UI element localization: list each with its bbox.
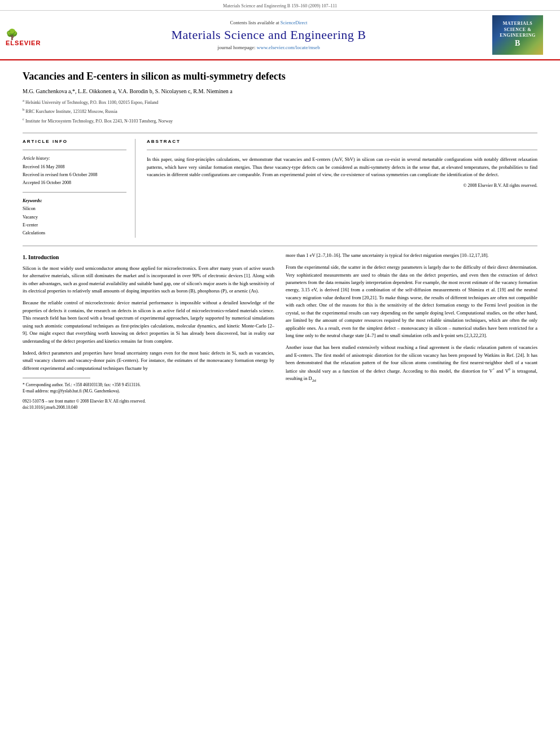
page-wrapper: Materials Science and Engineering B 159–… <box>0 0 560 747</box>
journal-logo-box: MATERIALSSCIENCE &ENGINEERINGB <box>492 15 543 55</box>
divider-keywords <box>23 192 126 193</box>
footnote-license: 0921-5107/$ – see front matter © 2008 El… <box>23 398 274 411</box>
divider-info <box>23 150 126 150</box>
affiliation-a: a Helsinki University of Technology, P.O… <box>23 98 537 106</box>
intro-heading-text: 1. Introduction <box>23 254 59 260</box>
footnote-star-text: * Corresponding author. Tel.: +358 46810… <box>23 382 274 388</box>
authors-line: M.G. Ganchenkova a,*, L.E. Oikkonen a, V… <box>23 88 537 94</box>
affiliations: a Helsinki University of Technology, P.O… <box>23 98 537 125</box>
left-column: 1. Introduction Silicon is the most wide… <box>23 252 274 410</box>
journal-header-center: Contents lists available at ScienceDirec… <box>56 20 481 50</box>
affiliation-c: c Institute for Microsystem Technology, … <box>23 116 537 125</box>
copyright: © 2008 Elsevier B.V. All rights reserved… <box>147 183 537 188</box>
keywords-label: Keywords: <box>23 198 126 203</box>
article-info: ARTICLE INFO Article history: Received 1… <box>23 139 135 237</box>
intro-para-2: Because the reliable control of microele… <box>23 299 274 345</box>
journal-citation: Materials Science and Engineering B 159–… <box>223 3 337 8</box>
abstract-title: ABSTRACT <box>147 139 537 144</box>
received-date: Received 16 May 2008 <box>23 163 126 171</box>
main-columns: 1. Introduction Silicon is the most wide… <box>23 252 537 410</box>
keyword-ecenter: E-center <box>23 221 126 229</box>
journal-subtitle: journal homepage: www.elsevier.com/locat… <box>56 45 481 50</box>
keywords-section: Keywords: Silicon Vacancy E-center Calcu… <box>23 198 126 238</box>
elsevier-text: ELSEVIER <box>6 40 41 46</box>
logo-title: MATERIALSSCIENCE &ENGINEERINGB <box>500 21 535 49</box>
contents-note: Contents lists available at ScienceDirec… <box>56 20 481 25</box>
elsevier-logo: 🌳 ELSEVIER <box>6 24 56 46</box>
footnote-email: E-mail address: mgc@fyslab.hut.fi (M.G. … <box>23 388 274 394</box>
right-para-3: Another issue that has been studied exte… <box>286 344 537 383</box>
divider-1 <box>23 133 537 133</box>
paper-title: Vacancies and E-centers in silicon as mu… <box>23 71 537 82</box>
divider-body <box>23 246 537 246</box>
sd-link[interactable]: ScienceDirect <box>281 20 308 25</box>
right-para-2: From the experimental side, the scatter … <box>286 264 537 339</box>
journal-logo-area: MATERIALSSCIENCE &ENGINEERINGB <box>481 15 543 55</box>
keyword-silicon: Silicon <box>23 205 126 213</box>
accepted-date: Accepted 16 October 2008 <box>23 179 126 187</box>
divider-abstract <box>147 150 537 150</box>
intro-para-1: Silicon is the most widely used semicond… <box>23 265 274 295</box>
homepage-link[interactable]: www.elsevier.com/locate/mseb <box>257 45 320 50</box>
footnote-doi: doi:10.1016/j.mseb.2008.10.040 <box>23 404 274 410</box>
keyword-calculations: Calculations <box>23 229 126 237</box>
revised-date: Received in revised form 6 October 2008 <box>23 171 126 179</box>
intro-para-3: Indeed, defect parameters and properties… <box>23 350 274 372</box>
info-abstract-row: ARTICLE INFO Article history: Received 1… <box>23 139 537 237</box>
history-label: Article history: <box>23 156 126 161</box>
footnote-divider <box>23 378 90 378</box>
journal-title: Materials Science and Engineering B <box>56 28 481 42</box>
abstract-section: ABSTRACT In this paper, using first-prin… <box>147 139 537 237</box>
footnote-license-text: 0921-5107/$ – see front matter © 2008 El… <box>23 398 274 404</box>
keywords-list: Silicon Vacancy E-center Calculations <box>23 205 126 238</box>
affiliation-b: b RRC Kurchatov Institute, 123182 Moscow… <box>23 107 537 115</box>
top-bar: Materials Science and Engineering B 159–… <box>0 0 560 11</box>
right-column: more than 1 eV [2–7,10–16]. The same unc… <box>286 252 537 410</box>
intro-heading: 1. Introduction <box>23 254 274 260</box>
journal-header: 🌳 ELSEVIER Contents lists available at S… <box>0 11 560 60</box>
article-dates: Received 16 May 2008 Received in revised… <box>23 163 126 186</box>
content-area: Vacancies and E-centers in silicon as mu… <box>0 60 560 422</box>
elsevier-tree-icon: 🌳 <box>6 29 18 40</box>
right-para-1: more than 1 eV [2–7,10–16]. The same unc… <box>286 252 537 259</box>
footnote-star: * Corresponding author. Tel.: +358 46810… <box>23 382 274 395</box>
abstract-text: In this paper, using first-principles ca… <box>147 156 537 178</box>
article-info-title: ARTICLE INFO <box>23 139 126 144</box>
keyword-vacancy: Vacancy <box>23 213 126 221</box>
